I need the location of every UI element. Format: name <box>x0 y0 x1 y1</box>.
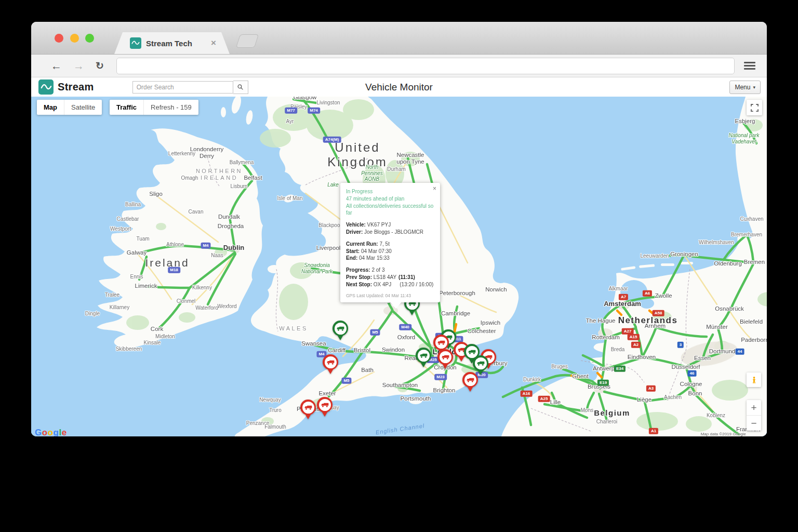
fullscreen-button[interactable] <box>747 100 762 115</box>
map-label: Aachen <box>664 394 682 401</box>
map-label: Liverpool <box>316 245 341 251</box>
map-label: The Hague <box>586 317 616 324</box>
map-label: Truro <box>269 407 282 414</box>
search-icon <box>237 84 244 90</box>
map-label: Esbjerg <box>735 118 755 125</box>
vehicle-marker-red[interactable] <box>300 400 316 420</box>
vehicle-marker-red[interactable] <box>322 354 339 375</box>
browser-menu-icon[interactable] <box>744 60 755 71</box>
map-label: Bath <box>361 367 374 374</box>
map-type-satellite-button[interactable]: Satellite <box>64 100 102 115</box>
map-label: Athlone <box>166 242 184 248</box>
popup-close-icon[interactable]: × <box>433 184 436 193</box>
map-label: Bonn <box>688 390 702 397</box>
order-search-input[interactable] <box>132 81 233 94</box>
road-shield: A6 <box>643 290 652 297</box>
road-shield: M5 <box>370 329 380 336</box>
map-label: North Pennines AONB <box>361 164 383 182</box>
map-label: Wilhelmshaven <box>699 240 734 246</box>
road-shield: M4 <box>201 243 210 249</box>
search-button[interactable] <box>233 81 248 94</box>
map-label: Southampton <box>382 382 418 389</box>
refresh-countdown-button[interactable]: Refresh - 159 <box>143 100 198 115</box>
map-label: Cardiff <box>328 347 345 354</box>
map-label: Ballina <box>125 202 141 208</box>
window-minimize-button[interactable] <box>70 34 79 43</box>
map-label: Bruges <box>551 364 568 370</box>
map-label: Arnhem <box>645 323 666 329</box>
map-label: Dublin <box>223 244 244 252</box>
map-label: Ballymena <box>230 159 254 166</box>
road-shield: A58 <box>653 310 664 316</box>
pegman-button[interactable] <box>747 373 761 387</box>
new-tab-button[interactable] <box>236 34 259 48</box>
popup-gps-updated: GPS Last Updated: 04 Mar 11:43 <box>346 293 434 299</box>
map-label: Wexford <box>217 303 236 310</box>
map-label: Cologne <box>680 381 702 388</box>
popup-status-lines: In Progress47 minutes ahead of planAll c… <box>346 188 434 217</box>
truck-icon <box>435 337 447 349</box>
vehicle-marker-red[interactable] <box>462 372 478 393</box>
back-button-icon[interactable]: ← <box>51 60 62 71</box>
menu-button[interactable]: Menu ▾ <box>729 81 761 94</box>
map-label: Oldenburg <box>714 260 742 267</box>
truck-icon <box>325 356 337 368</box>
map-canvas[interactable]: United KingdomIrelandNetherlandsBelgiumN… <box>31 97 767 436</box>
map-label: Swansea <box>301 340 326 347</box>
map-label: Ipswich <box>481 320 500 326</box>
tab-title: Stream Tech <box>146 39 206 48</box>
map-label: Limerick <box>135 283 157 289</box>
vehicle-marker-red[interactable] <box>316 397 333 418</box>
traffic-control: Traffic Refresh - 159 <box>110 100 198 115</box>
map-label: Essen <box>694 355 711 362</box>
vehicle-marker-green[interactable] <box>332 321 349 341</box>
window-close-button[interactable] <box>55 34 63 43</box>
road-shield: A2 <box>631 342 641 348</box>
traffic-toggle-button[interactable]: Traffic <box>110 100 143 115</box>
map-label: Tuam <box>136 236 149 242</box>
stream-logo-icon <box>38 79 54 95</box>
truck-icon <box>319 399 331 411</box>
browser-tab-stream-tech[interactable]: Stream Tech × <box>114 32 230 54</box>
map-label: Waterford <box>195 305 218 311</box>
map-label: Bristol <box>354 347 370 354</box>
map-label: Paderborn <box>741 337 767 343</box>
vehicle-info-popup: × In Progress47 minutes ahead of planAll… <box>340 183 440 302</box>
map-label: Clonmel <box>177 298 196 304</box>
map-label: NORTHERN IRELAND <box>196 168 243 181</box>
map-label: Cambridge <box>441 310 470 317</box>
map-label: Peterborough <box>439 290 475 297</box>
map-type-map-button[interactable]: Map <box>37 100 64 115</box>
map-label: Alkmaar <box>609 286 628 292</box>
chevron-down-icon: ▾ <box>753 85 755 90</box>
reload-button-icon[interactable]: ↻ <box>96 61 104 71</box>
vehicle-marker-green[interactable] <box>415 348 432 368</box>
map-label: Portsmouth <box>401 395 431 402</box>
map-label: Kilkenny <box>192 285 212 291</box>
map-label: Breda <box>611 347 625 353</box>
map-label: Skibbereen <box>116 346 142 352</box>
window-zoom-button[interactable] <box>85 34 94 43</box>
map-label: Charleroi <box>596 419 618 425</box>
zoom-out-button[interactable]: − <box>747 416 761 431</box>
pegman-icon <box>750 376 758 384</box>
road-shield: M5 <box>341 378 351 384</box>
map-label: Mons <box>581 407 593 414</box>
map-label: Lake <box>327 182 339 188</box>
google-logo[interactable]: Google <box>35 428 67 436</box>
forward-button-icon[interactable]: → <box>73 60 84 71</box>
url-bar[interactable] <box>116 58 735 74</box>
truck-icon <box>302 402 314 414</box>
zoom-in-button[interactable]: + <box>747 400 761 416</box>
map-label: Galway <box>127 249 147 256</box>
map-label: Leeuwarden <box>640 253 669 259</box>
map-label: Dingle <box>85 311 100 317</box>
map-label: Midleton <box>155 334 175 340</box>
vehicle-marker-red[interactable] <box>437 349 454 370</box>
zoom-control: + − <box>747 400 761 431</box>
fullscreen-icon <box>751 104 759 112</box>
truck-icon <box>418 350 430 362</box>
map-label: Drogheda <box>218 223 244 230</box>
tab-close-icon[interactable]: × <box>211 38 216 48</box>
road-shield: A25 <box>538 396 550 402</box>
